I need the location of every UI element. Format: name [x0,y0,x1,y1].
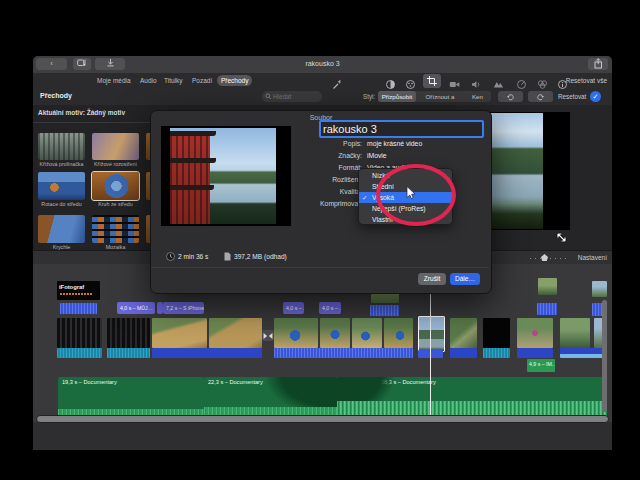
reset-check-toggle[interactable]: ✓ [590,91,601,102]
video-clip[interactable] [560,318,590,348]
znacky-label: Značky: [251,152,362,159]
filesize-value: 397,2 MB (odhad) [234,253,287,260]
style-segmented-control: Přizpůsobit Oříznout a vyplnit Ken Burns [378,91,491,102]
video-clip[interactable] [209,318,262,348]
color-palette-icon[interactable] [405,76,416,87]
video-clip[interactable] [274,318,318,348]
dialog-footer-divider [151,267,489,268]
rotate-ccw-button[interactable] [498,91,523,102]
screen: ‹ Projekty rakousko 3 Moje média Audio T… [0,0,640,480]
popis-value[interactable]: moje krásné video [367,140,422,147]
clip-audio-strip[interactable] [450,348,477,358]
search-input[interactable] [273,91,318,102]
enhance-wand-icon[interactable] [332,76,343,87]
video-clip[interactable] [483,318,510,348]
export-name-input[interactable] [319,120,484,138]
timeline-settings-button[interactable]: Nastavení [578,254,607,261]
video-clip[interactable] [320,318,350,348]
horizontal-scrollbar[interactable] [36,415,609,423]
export-dialog: Soubor Popis: moje krásné video Značky: … [150,110,492,294]
reset-all-label[interactable]: Resetovat vše [566,77,607,84]
color-correction-icon[interactable] [385,76,396,87]
transition-krychle[interactable] [38,215,85,243]
title-clip[interactable]: 4,0 s – … [283,302,304,314]
video-clip[interactable] [384,318,413,348]
popis-label: Popis: [251,140,362,147]
music-clip-3[interactable]: 58,3 s – Documentary [337,377,607,417]
transition-label: Křížové rozostření [92,161,139,167]
cutaway-audio-bar[interactable] [370,305,399,316]
znacky-value[interactable]: iMovie [367,152,387,159]
title-clip[interactable]: 4,0 s – … [319,302,341,314]
zoom-slider-thumb[interactable] [541,254,548,261]
speed-gauge-icon[interactable] [516,76,527,87]
search-icon [265,93,272,100]
timeline-empty-area [33,422,612,450]
style-ken-burns-button[interactable]: Ken Burns [464,91,491,102]
tab-prechody[interactable]: Přechody [217,75,252,86]
transition-label: Rotace do středu [38,201,85,207]
menu-item-nejlepsi[interactable]: Nejlepší (ProRes) [359,203,452,214]
color-balance-icon[interactable] [537,76,548,87]
clip-audio-strip[interactable] [57,348,102,358]
search-field[interactable] [262,91,322,102]
reset-label[interactable]: Resetovat [558,93,586,100]
clip-audio-strip[interactable] [517,348,553,358]
video-clip[interactable] [57,318,102,348]
tab-pozadi[interactable]: Pozadí [188,75,216,86]
clip-audio-strip[interactable] [107,348,150,358]
playhead[interactable] [430,292,431,418]
transition-kruh-ze-stredu[interactable] [92,172,139,200]
clip-audio-strip[interactable] [483,348,510,358]
transition-icon[interactable] [262,330,274,341]
sound-clip-label: 4,9 s – IM… [529,361,555,367]
selected-video-clip[interactable] [418,316,445,352]
video-clip[interactable] [352,318,382,348]
transition-krizova-prolinacka[interactable] [38,133,85,160]
tab-titulky[interactable]: Titulky [160,75,187,86]
cutaway-audio-bar[interactable] [60,303,97,314]
stabilization-camera-icon[interactable] [449,76,460,87]
vertical-scrollbar[interactable] [602,300,607,412]
crop-icon [427,76,437,86]
clip-audio-strip-waveform[interactable] [560,348,607,358]
current-theme-label: Aktuální motiv: Žádný motiv [38,109,125,116]
video-clip[interactable] [152,318,207,348]
clip-audio-strip[interactable] [152,348,262,358]
video-clip[interactable] [450,318,477,348]
style-crop-fill-button[interactable]: Oříznout a vyplnit [416,91,464,102]
menu-item-nizka[interactable]: Nízká [359,170,452,181]
music-clip-2[interactable]: 22,3 s – Documentary [204,377,337,417]
cutaway-clip-4[interactable] [592,281,607,297]
next-button[interactable]: Dále… [450,273,480,285]
tab-audio[interactable]: Audio [136,75,161,86]
cancel-button[interactable]: Zrušit [418,273,446,285]
title-clip[interactable]: 7,2 s – S iPhone… [163,302,204,314]
style-label: Styl: [363,93,375,100]
rotate-cw-button[interactable] [528,91,553,102]
logo-text: iFotograf [59,284,84,290]
kvalita-label: Kvalita: [251,188,362,195]
transition-rotace-do-stredu[interactable] [38,172,85,200]
zoom-slider-track[interactable] [530,258,568,259]
crop-tool-selected-box[interactable] [423,74,441,88]
video-clip[interactable] [517,318,553,348]
resize-cursor-icon [555,231,568,244]
cutaway-audio-bar[interactable] [537,303,557,315]
volume-icon[interactable] [471,76,482,87]
sound-effect-clip[interactable]: 4,9 s – IM… [527,359,555,372]
title-clip[interactable]: 4,0 s – MŮJ… [117,302,155,314]
transition-krizove-rozostreni[interactable] [92,133,139,160]
cutaway-clip-3[interactable] [538,278,557,295]
cutaway-logo-clip[interactable]: iFotograf [57,281,100,300]
clip-audio-strip[interactable] [274,348,413,358]
music-clip-1[interactable]: 19,3 s – Documentary [58,377,204,417]
transition-mozaika[interactable] [92,215,139,243]
share-button[interactable] [588,58,608,70]
share-icon [593,58,603,69]
noise-reduction-icon[interactable] [493,76,504,87]
tab-moje-media[interactable]: Moje média [93,75,135,86]
video-clip[interactable] [107,318,150,348]
style-fit-button[interactable]: Přizpůsobit [378,91,416,102]
menu-item-vlastni[interactable]: Vlastní [359,214,452,225]
